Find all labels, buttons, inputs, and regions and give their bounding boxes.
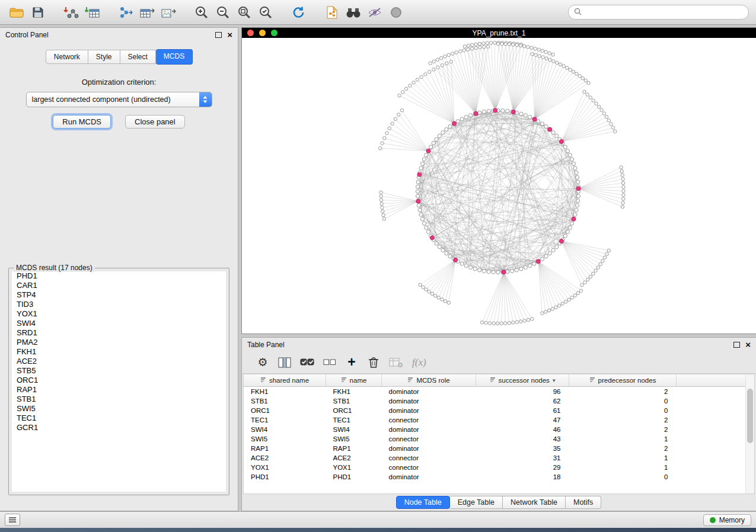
- table-cell[interactable]: 0: [569, 406, 677, 415]
- close-panel-button[interactable]: ×: [227, 30, 232, 39]
- deselect-all-icon[interactable]: [323, 355, 336, 370]
- mcds-result-item[interactable]: ACE2: [12, 357, 226, 366]
- zoom-selected-icon[interactable]: [256, 3, 275, 22]
- table-row[interactable]: YOX1YOX1connector291: [244, 463, 746, 472]
- mcds-result-item[interactable]: STB5: [12, 366, 226, 376]
- table-cell[interactable]: SWI4: [326, 425, 382, 434]
- network-canvas[interactable]: [242, 38, 756, 334]
- minimize-window-button[interactable]: [259, 30, 266, 36]
- table-row[interactable]: ORC1ORC1dominator610: [244, 406, 746, 415]
- table-cell[interactable]: 31: [476, 453, 569, 463]
- table-settings-gear-icon[interactable]: ⚙: [256, 355, 269, 370]
- table-cell[interactable]: 29: [476, 463, 569, 472]
- tab-network-table[interactable]: Network Table: [503, 496, 566, 509]
- column-header-MCDS-role[interactable]: MCDS role: [382, 374, 476, 387]
- table-cell[interactable]: PHD1: [326, 472, 382, 482]
- run-mcds-button[interactable]: Run MCDS: [53, 115, 111, 129]
- table-cell[interactable]: STB1: [326, 396, 382, 406]
- clear-table-icon[interactable]: [389, 355, 403, 370]
- float-panel-button[interactable]: [215, 32, 222, 38]
- import-network-icon[interactable]: [62, 3, 81, 22]
- table-cell[interactable]: 18: [476, 472, 569, 482]
- hide-unhide-icon[interactable]: [365, 3, 384, 22]
- add-column-icon[interactable]: +: [345, 355, 358, 370]
- zoom-in-icon[interactable]: [192, 3, 211, 22]
- table-row[interactable]: TEC1TEC1connector472: [244, 415, 746, 425]
- table-cell[interactable]: 62: [476, 396, 569, 406]
- table-cell[interactable]: connector: [382, 453, 476, 463]
- table-row[interactable]: SWI4SWI4dominator462: [244, 425, 746, 434]
- table-cell[interactable]: 2: [569, 425, 677, 434]
- table-cell[interactable]: FKH1: [326, 387, 382, 397]
- optimization-criterion-select[interactable]: largest connected component (undirected): [26, 92, 212, 107]
- table-row[interactable]: STB1STB1dominator620: [244, 396, 746, 406]
- save-session-icon[interactable]: [28, 3, 47, 22]
- table-cell[interactable]: ORC1: [326, 406, 382, 415]
- tab-edge-table[interactable]: Edge Table: [450, 496, 503, 509]
- table-row[interactable]: PHD1PHD1dominator180: [244, 472, 746, 482]
- clone-network-icon[interactable]: [323, 3, 342, 22]
- table-cell[interactable]: connector: [382, 415, 476, 425]
- table-cell[interactable]: dominator: [382, 387, 476, 397]
- mcds-result-item[interactable]: ORC1: [12, 376, 226, 385]
- export-network-icon[interactable]: [116, 3, 135, 22]
- column-header-successor-nodes[interactable]: successor nodes▾: [476, 374, 569, 387]
- mcds-result-item[interactable]: SWI4: [12, 319, 226, 328]
- open-file-icon[interactable]: [7, 3, 26, 22]
- table-cell[interactable]: 1: [569, 434, 677, 444]
- table-cell[interactable]: SWI5: [244, 434, 326, 444]
- mcds-result-item[interactable]: RAP1: [12, 385, 226, 395]
- table-cell[interactable]: dominator: [382, 406, 476, 415]
- chevron-down-icon[interactable]: ▾: [553, 377, 556, 383]
- mcds-result-item[interactable]: GCR1: [12, 423, 226, 432]
- tab-motifs[interactable]: Motifs: [566, 496, 601, 509]
- table-cell[interactable]: RAP1: [244, 444, 326, 453]
- table-cell[interactable]: PHD1: [244, 472, 326, 482]
- table-cell[interactable]: 46: [476, 425, 569, 434]
- table-cell[interactable]: dominator: [382, 444, 476, 453]
- mcds-result-item[interactable]: FKH1: [12, 347, 226, 357]
- table-cell[interactable]: TEC1: [326, 415, 382, 425]
- table-cell[interactable]: ORC1: [244, 406, 326, 415]
- table-scrollbar-thumb[interactable]: [747, 389, 753, 443]
- close-table-panel-button[interactable]: ×: [745, 340, 751, 349]
- float-table-panel-button[interactable]: [733, 342, 740, 348]
- mcds-result-item[interactable]: PMA2: [12, 338, 226, 347]
- mcds-result-item[interactable]: SRD1: [12, 328, 226, 338]
- export-image-icon[interactable]: [159, 3, 178, 22]
- table-row[interactable]: RAP1RAP1dominator352: [244, 444, 746, 453]
- mcds-result-item[interactable]: CAR1: [12, 281, 226, 290]
- export-table-icon[interactable]: [138, 3, 157, 22]
- mcds-result-item[interactable]: STP4: [12, 290, 226, 300]
- mcds-result-list[interactable]: PHD1CAR1STP4TID3YOX1SWI4SRD1PMA2FKH1ACE2…: [12, 271, 226, 492]
- refresh-icon[interactable]: [289, 3, 308, 22]
- table-cell[interactable]: FKH1: [244, 387, 326, 397]
- column-header-name[interactable]: name: [326, 374, 382, 387]
- table-cell[interactable]: 2: [569, 387, 677, 397]
- mcds-result-item[interactable]: STB1: [12, 395, 226, 404]
- import-table-icon[interactable]: [83, 3, 102, 22]
- table-cell[interactable]: ACE2: [326, 453, 382, 463]
- table-cell[interactable]: 0: [569, 396, 677, 406]
- tab-mcds[interactable]: MCDS: [156, 49, 193, 65]
- table-cell[interactable]: YOX1: [244, 463, 326, 472]
- function-builder-icon[interactable]: f(x): [412, 355, 426, 370]
- table-cell[interactable]: dominator: [382, 396, 476, 406]
- mcds-result-item[interactable]: PHD1: [12, 271, 226, 281]
- delete-column-icon[interactable]: [367, 355, 380, 370]
- tab-select[interactable]: Select: [120, 50, 156, 64]
- table-cell[interactable]: SWI4: [244, 425, 326, 434]
- maximize-window-button[interactable]: [271, 30, 277, 36]
- search-input[interactable]: [585, 8, 743, 17]
- table-cell[interactable]: YOX1: [326, 463, 382, 472]
- close-window-button[interactable]: [247, 30, 254, 36]
- status-menu-button[interactable]: [5, 514, 20, 526]
- network-graph[interactable]: [242, 38, 756, 334]
- table-cell[interactable]: 35: [476, 444, 569, 453]
- table-cell[interactable]: 61: [476, 406, 569, 415]
- table-cell[interactable]: 2: [569, 415, 677, 425]
- column-header-shared-name[interactable]: shared name: [244, 374, 326, 387]
- table-cell[interactable]: 2: [569, 444, 677, 453]
- mcds-result-item[interactable]: SWI5: [12, 404, 226, 414]
- table-cell[interactable]: 43: [476, 434, 569, 444]
